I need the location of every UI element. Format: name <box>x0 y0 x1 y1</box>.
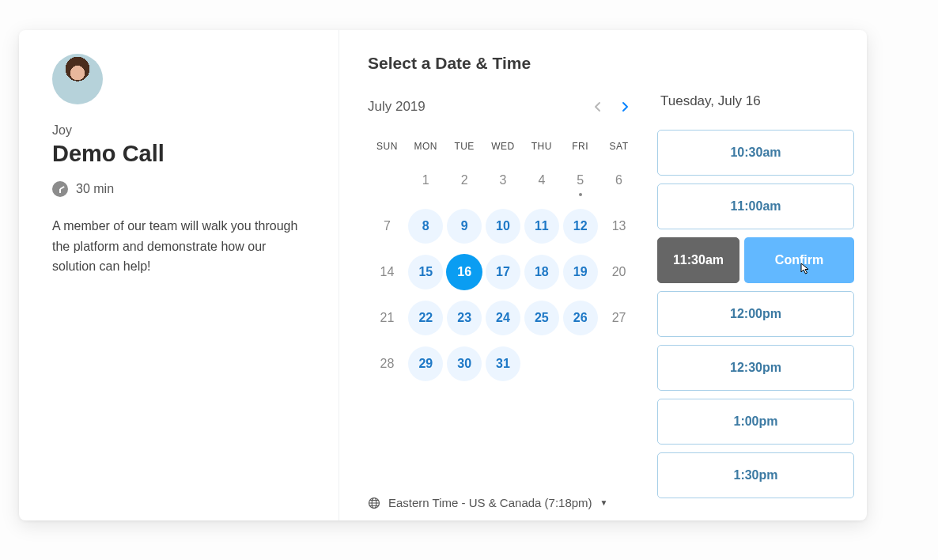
calendar-day-13: 13 <box>599 209 638 244</box>
timeslot-button[interactable]: 10:30am <box>657 130 854 176</box>
chevron-right-icon <box>621 101 629 112</box>
calendar-day-2: 2 <box>445 163 484 198</box>
timeslot-button[interactable]: 1:00pm <box>657 399 854 445</box>
weekday-header: MON <box>407 141 445 152</box>
calendar-grid: 1234567891011121314151617181920212223242… <box>368 163 638 381</box>
calendar-day-11[interactable]: 11 <box>522 209 561 244</box>
calendar-day-7: 7 <box>368 209 407 244</box>
booking-card: Joy Demo Call 30 min A member of our tea… <box>19 30 867 520</box>
calendar-day-12[interactable]: 12 <box>561 209 599 244</box>
timeslot-button[interactable]: 11:30am <box>657 237 739 283</box>
event-title: Demo Call <box>52 141 307 167</box>
timezone-label: Eastern Time - US & Canada (7:18pm) <box>388 496 592 509</box>
timeslot-row: 12:30pmConfirm <box>657 345 854 391</box>
confirm-button[interactable]: Confirm <box>744 237 854 283</box>
calendar-day-23[interactable]: 23 <box>445 301 484 335</box>
calendar-day-14: 14 <box>368 255 407 289</box>
calendar-day-31[interactable]: 31 <box>484 346 523 381</box>
weekday-header: TUE <box>445 141 484 152</box>
host-name: Joy <box>52 123 307 138</box>
month-label: July 2019 <box>368 99 584 115</box>
weekday-header: THU <box>522 141 561 152</box>
timezone-selector[interactable]: Eastern Time - US & Canada (7:18pm) ▼ <box>368 496 608 509</box>
calendar-day-19[interactable]: 19 <box>561 255 599 289</box>
weekday-header: WED <box>484 141 523 152</box>
timeslot-row: 1:30pmConfirm <box>657 452 854 498</box>
prev-month-button[interactable] <box>584 93 611 120</box>
timeslot-row: 11:00amConfirm <box>657 184 854 229</box>
weekday-header: SAT <box>599 141 638 152</box>
calendar-day-6: 6 <box>599 163 638 198</box>
calendar-day-26[interactable]: 26 <box>561 301 599 335</box>
weekday-header: FRI <box>561 141 599 152</box>
schedule-panel: Select a Date & Time July 2019 SUNMONTUE… <box>339 30 867 520</box>
next-month-button[interactable] <box>611 93 638 120</box>
timeslot-button[interactable]: 11:00am <box>657 184 854 229</box>
timeslot-list[interactable]: 10:30amConfirm11:00amConfirm11:30amConfi… <box>657 130 854 520</box>
calendar-day-15[interactable]: 15 <box>407 255 445 289</box>
calendar-day-28: 28 <box>368 346 407 381</box>
event-description: A member of our team will walk you throu… <box>52 216 307 277</box>
calendar-column: July 2019 SUNMONTUEWEDTHUFRISAT 12345678… <box>368 93 645 520</box>
timeslot-row: 12:00pmConfirm <box>657 291 854 337</box>
timeslot-column: Tuesday, July 16 10:30amConfirm11:00amCo… <box>645 93 854 520</box>
panel-heading: Select a Date & Time <box>368 54 854 73</box>
weekday-header-row: SUNMONTUEWEDTHUFRISAT <box>368 141 638 152</box>
calendar-day-1: 1 <box>407 163 445 198</box>
event-details-panel: Joy Demo Call 30 min A member of our tea… <box>19 30 339 520</box>
calendar-day-4: 4 <box>522 163 561 198</box>
timeslot-button[interactable]: 12:00pm <box>657 291 854 337</box>
calendar-day-10[interactable]: 10 <box>484 209 523 244</box>
host-avatar <box>52 54 103 104</box>
calendar-day-3: 3 <box>484 163 523 198</box>
timeslot-row: 11:30amConfirm <box>657 237 854 283</box>
timeslot-button[interactable]: 1:30pm <box>657 452 854 498</box>
calendar-day-18[interactable]: 18 <box>522 255 561 289</box>
calendar-day-5: 5 <box>561 163 599 198</box>
duration-label: 30 min <box>76 182 114 196</box>
calendar-day-25[interactable]: 25 <box>522 301 561 335</box>
globe-icon <box>368 497 380 509</box>
weekday-header: SUN <box>368 141 407 152</box>
calendar-day-27: 27 <box>599 301 638 335</box>
timeslot-button[interactable]: 12:30pm <box>657 345 854 391</box>
calendar-day-16[interactable]: 16 <box>445 255 484 289</box>
timeslot-row: 1:00pmConfirm <box>657 399 854 445</box>
selected-date-heading: Tuesday, July 16 <box>660 93 854 109</box>
calendar-day-21: 21 <box>368 301 407 335</box>
calendar-day-17[interactable]: 17 <box>484 255 523 289</box>
calendar-day-29[interactable]: 29 <box>407 346 445 381</box>
clock-icon <box>52 181 68 197</box>
calendar-day-20: 20 <box>599 255 638 289</box>
calendar-day-22[interactable]: 22 <box>407 301 445 335</box>
caret-down-icon: ▼ <box>600 498 608 507</box>
event-duration: 30 min <box>52 181 307 197</box>
chevron-left-icon <box>594 101 602 112</box>
calendar-day-24[interactable]: 24 <box>484 301 523 335</box>
timeslot-row: 10:30amConfirm <box>657 130 854 176</box>
calendar-day-8[interactable]: 8 <box>407 209 445 244</box>
cursor-icon <box>798 262 812 276</box>
calendar-day-30[interactable]: 30 <box>445 346 484 381</box>
calendar-day-9[interactable]: 9 <box>445 209 484 244</box>
